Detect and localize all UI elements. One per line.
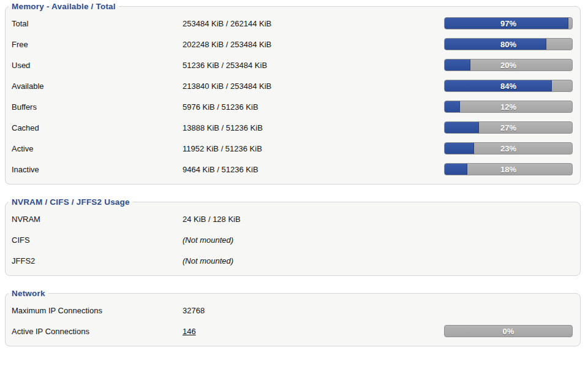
row-value: (Not mounted)	[183, 235, 444, 245]
meter-cell: 0%	[444, 325, 580, 337]
row-value: 253484 KiB / 262144 KiB	[183, 19, 444, 28]
row-label: JFFS2	[12, 256, 183, 265]
status-row: Cached 13888 KiB / 51236 KiB 27%	[6, 117, 580, 138]
meter-cell: 84%	[444, 80, 580, 92]
usage-meter: 12%	[444, 101, 573, 113]
usage-meter: 97%	[444, 17, 573, 29]
active-ip-connections-link[interactable]: 146	[183, 327, 196, 336]
row-label: Cached	[12, 123, 183, 132]
usage-meter: 23%	[444, 142, 573, 155]
status-row: Active IP Connections 146 0%	[6, 321, 580, 342]
section-title: Network	[9, 289, 48, 298]
row-value: 24 KiB / 128 KiB	[183, 215, 444, 224]
status-row: Free 202248 KiB / 253484 KiB 80%	[6, 34, 580, 55]
row-value: 32768	[183, 306, 444, 315]
status-row: Used 51236 KiB / 253484 KiB 20%	[6, 55, 580, 75]
row-label: Inactive	[12, 165, 183, 174]
row-label: Active	[12, 144, 183, 153]
row-value: 13888 KiB / 51236 KiB	[183, 123, 444, 132]
meter-percent-label: 27%	[445, 122, 572, 133]
meter-cell: 23%	[444, 142, 580, 155]
meter-cell: 80%	[444, 38, 580, 50]
meter-cell: 12%	[444, 101, 580, 113]
row-value: 9464 KiB / 51236 KiB	[183, 165, 444, 174]
meter-cell: 27%	[444, 121, 580, 134]
row-label: Used	[12, 61, 183, 70]
section-body: NVRAM 24 KiB / 128 KiB CIFS (Not mounted…	[6, 208, 580, 271]
row-value: 146	[183, 327, 444, 336]
usage-meter: 18%	[444, 163, 573, 175]
status-row: Available 213840 KiB / 253484 KiB 84%	[6, 75, 580, 96]
status-row: JFFS2 (Not mounted)	[6, 250, 580, 271]
row-label: Maximum IP Connections	[12, 306, 183, 315]
status-row: Buffers 5976 KiB / 51236 KiB 12%	[6, 96, 580, 117]
row-label: CIFS	[12, 235, 183, 245]
row-value: 213840 KiB / 253484 KiB	[183, 82, 444, 91]
meter-percent-label: 12%	[445, 101, 572, 112]
status-row: Inactive 9464 KiB / 51236 KiB 18%	[6, 159, 580, 180]
usage-meter: 84%	[444, 80, 573, 92]
usage-meter: 27%	[444, 121, 573, 134]
status-row: NVRAM 24 KiB / 128 KiB	[6, 208, 580, 229]
usage-meter: 20%	[444, 59, 573, 71]
row-label: Buffers	[12, 102, 183, 112]
meter-percent-label: 0%	[445, 326, 572, 337]
row-label: Total	[12, 19, 183, 28]
section-title: NVRAM / CIFS / JFFS2 Usage	[9, 197, 133, 207]
status-page: Memory - Available / Total Total 253484 …	[0, 0, 588, 346]
status-row: Maximum IP Connections 32768	[6, 300, 580, 321]
row-label: Active IP Connections	[12, 327, 183, 336]
meter-percent-label: 18%	[445, 164, 572, 175]
row-value: 5976 KiB / 51236 KiB	[183, 102, 444, 112]
memory-section: Memory - Available / Total Total 253484 …	[5, 2, 581, 185]
row-value: 51236 KiB / 253484 KiB	[183, 61, 444, 70]
status-row: CIFS (Not mounted)	[6, 229, 580, 250]
meter-percent-label: 84%	[445, 80, 572, 91]
status-row: Total 253484 KiB / 262144 KiB 97%	[6, 13, 580, 34]
row-value: 202248 KiB / 253484 KiB	[183, 40, 444, 49]
meter-cell: 20%	[444, 59, 580, 71]
row-label: NVRAM	[12, 215, 183, 224]
meter-percent-label: 23%	[445, 143, 572, 154]
usage-meter: 80%	[444, 38, 573, 50]
meter-percent-label: 80%	[445, 39, 572, 50]
section-body: Total 253484 KiB / 262144 KiB 97% Free 2…	[6, 13, 580, 180]
row-value: (Not mounted)	[183, 256, 444, 265]
status-row: Active 11952 KiB / 51236 KiB 23%	[6, 138, 580, 159]
nvram-cifs-jffs2-section: NVRAM / CIFS / JFFS2 Usage NVRAM 24 KiB …	[5, 197, 581, 276]
row-value: 11952 KiB / 51236 KiB	[183, 144, 444, 153]
row-label: Free	[12, 40, 183, 49]
meter-percent-label: 20%	[445, 59, 572, 71]
network-section: Network Maximum IP Connections 32768 Act…	[5, 289, 581, 346]
usage-meter: 0%	[444, 325, 573, 337]
row-label: Available	[12, 82, 183, 91]
section-body: Maximum IP Connections 32768 Active IP C…	[6, 300, 580, 342]
meter-cell: 97%	[444, 17, 580, 29]
section-title: Memory - Available / Total	[9, 2, 119, 11]
meter-percent-label: 97%	[445, 18, 572, 29]
meter-cell: 18%	[444, 163, 580, 175]
